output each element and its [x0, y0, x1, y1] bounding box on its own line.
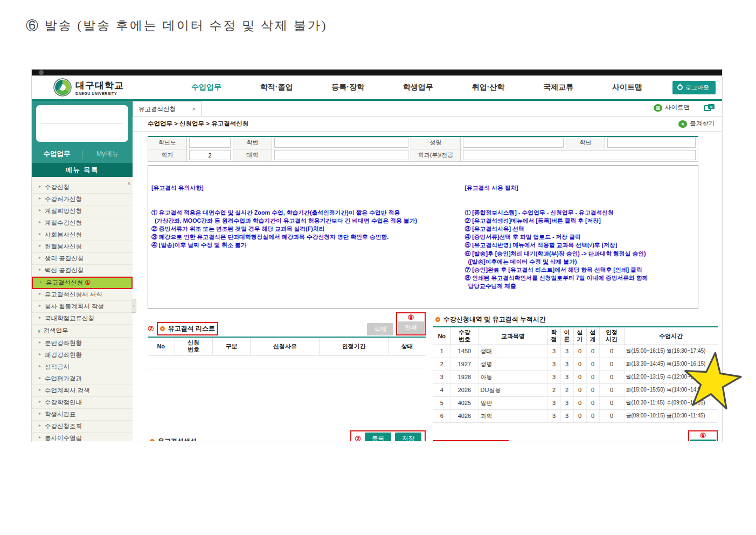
sidebar-item[interactable]: ▸성적공시 [32, 361, 133, 373]
sidebar-tab-classwork[interactable]: 수업업무 [32, 149, 82, 159]
tab-close-icon[interactable]: × [192, 106, 196, 112]
sidebar-item[interactable]: ▸국내학점교류신청 [32, 313, 133, 325]
triangle-icon: ▸ [39, 267, 41, 272]
triangle-icon: ▸ [39, 220, 41, 224]
tab-absence-request[interactable]: 유고결석신청 × [133, 101, 202, 116]
table-row[interactable]: 54025일반33000월(10:30~11:45) 수(09:00~10:15… [433, 396, 718, 409]
send-button[interactable]: 발송 [690, 440, 716, 441]
sidebar-item[interactable]: ▸수강신청조회 [32, 421, 133, 433]
table-cell: 생태 [478, 345, 547, 358]
table-row[interactable]: 42026DU실용22000화(15:00~15:50) 목(14:00~14:… [433, 383, 718, 396]
sidebar-item[interactable]: ▸계절희망신청 [32, 205, 133, 217]
table-cell: 0 [586, 345, 599, 358]
sidebar-item[interactable]: ▸수강신청 [32, 182, 133, 194]
nav-item-international[interactable]: 국제교류 [543, 83, 573, 92]
table-cell: 일반 [478, 396, 547, 409]
table-row[interactable]: 64026과학33000금(09:00~10:15) 금(10:30~11:45… [433, 409, 718, 422]
sidebar-item[interactable]: ▸계절수강신청 [32, 217, 133, 229]
sidebar-item[interactable]: ▸학생시간표 [32, 409, 133, 421]
sidebar-item[interactable]: ▸생리 공결신청 [32, 253, 133, 265]
save-button-create[interactable]: 저장 [395, 433, 421, 441]
sidebar-collapse-handle[interactable]: ‹ [131, 299, 136, 313]
name-input[interactable] [463, 138, 564, 148]
notice-line: ([발송]이후에는 데이터 수정 및 삭제 불가) [464, 258, 695, 266]
notice-procedure-title: [유고결석 사용 절차] [464, 184, 695, 192]
sidebar-item-label: 수강신청조회 [45, 423, 82, 429]
table-cell: 3 [560, 396, 573, 409]
sidebar-item[interactable]: ▸헌혈봉사신청 [32, 241, 133, 253]
sidebar-item[interactable]: ▸수강허가신청 [32, 194, 133, 205]
tables-row: ⑦ 유고결석 리스트 삭제 ⑧ 인쇄 [133, 312, 722, 422]
sidebar-item[interactable]: ▸유고결석신청서 서식 [32, 289, 133, 301]
major-input[interactable] [463, 150, 696, 160]
sidebar-tab-mymenu[interactable]: My메뉴 [82, 149, 133, 159]
table-cell: 0 [586, 383, 599, 396]
triangle-icon: ▸ [39, 411, 41, 416]
delete-button[interactable]: 삭제 [367, 323, 393, 335]
print-annotation-box: ⑧ 인쇄 [396, 312, 426, 335]
triangle-icon: ▸ [39, 196, 41, 201]
table-cell: 0 [599, 358, 624, 371]
sidebar-item[interactable]: ▸수업계획서 검색 [32, 385, 133, 397]
table-row[interactable]: 31928아동33000월(12:00~13:15) 수(12:00~13:15… [433, 371, 718, 383]
sidebar-item[interactable]: ▸수업평가결과 [32, 373, 133, 385]
triangle-icon: ▸ [39, 340, 41, 345]
nav-item-student[interactable]: 학생업무 [403, 83, 433, 92]
create-buttons-annotation-box: ② 등록 저장 [350, 430, 426, 441]
absence-list-title: 유고결석 리스트 [168, 324, 215, 333]
print-button[interactable]: 인쇄 [398, 321, 424, 334]
sidebar-item-label: 성적공시 [45, 363, 70, 370]
favorite-link[interactable]: ★ 즐겨찾기 [678, 120, 715, 128]
college-input[interactable] [274, 150, 408, 160]
university-logo[interactable]: 대구대학교 DAEGU UNIVERSITY [53, 78, 161, 97]
tab-label: 유고결석신청 [138, 105, 176, 113]
triangle-icon: ▸ [39, 243, 41, 248]
table-cell: 3 [547, 409, 560, 422]
sidebar-item[interactable]: ▸유고결석신청 ① [32, 277, 133, 289]
nav-item-registration[interactable]: 등록·장학 [331, 83, 364, 92]
table-cell: 0 [573, 383, 586, 396]
table-cell: 4 [433, 383, 450, 396]
triangle-icon: ▸ [39, 352, 41, 356]
nav-item-career[interactable]: 취업·산학 [472, 83, 505, 92]
sidebar-item[interactable]: ▸봉사이수열람 [32, 433, 133, 441]
sidebar-item-label: 수업평가결과 [45, 375, 82, 382]
triangle-icon: ▸ [39, 303, 41, 308]
document-tabbar: 유고결석신청 × ▦ 사이트맵 × [133, 101, 722, 116]
notice-precautions-lines: ① 유고결석 적용은 대면수업 및 실시간 Zoom 수업, 학습기간(출석인정… [151, 209, 458, 250]
sidebar-section-search[interactable]: ∨검색업무 [32, 325, 133, 338]
logout-button[interactable]: 로그아웃 [672, 81, 716, 94]
table-cell: 0 [586, 409, 599, 422]
student-no-input[interactable] [274, 138, 408, 148]
table-cell: 3 [547, 358, 560, 371]
sidebar-item[interactable]: ▸봉사 활동계획서 작성 [32, 301, 133, 313]
column-header: 신청사유 [251, 337, 320, 355]
favorite-label: 즐겨찾기 [690, 120, 715, 128]
column-header: 실 기 [573, 327, 586, 345]
sitemap-link[interactable]: ▦ 사이트맵 [654, 104, 690, 112]
table-row[interactable]: 21927생명33000화(13:30~14:45) 목(15:00~16:15… [433, 358, 718, 371]
year-input[interactable] [189, 138, 231, 148]
sidebar-item[interactable]: ▸수강학점안내 [32, 397, 133, 409]
nav-item-sitemap[interactable]: 사이트맵 [612, 83, 642, 92]
sidebar-item[interactable]: ▸폐강강좌현황 [32, 349, 133, 361]
sidebar-item-label: 분반강좌현황 [45, 340, 82, 346]
sidebar-item[interactable]: ▸사회봉사신청 [32, 229, 133, 241]
table-row[interactable]: 11450생태33000월(15:00~16:15) 월(16:30~17:45… [433, 345, 718, 358]
table-cell: 0 [586, 396, 599, 409]
absence-list-empty-body [148, 355, 426, 368]
semester-input[interactable] [189, 150, 231, 160]
table-cell: 0 [573, 396, 586, 409]
label-name: 성명 [411, 136, 461, 149]
register-button[interactable]: 등록 [365, 433, 391, 441]
sidebar-item[interactable]: ▸백신 공결신청 [32, 265, 133, 277]
absence-apply-title-box: 유고결석반영 ⑤ [433, 440, 509, 441]
sidebar-item[interactable]: ▸분반강좌현황 [32, 338, 133, 349]
sidebar-item-label: 백신 공결신청 [45, 267, 84, 273]
annotation-8: ⑧ [408, 314, 414, 321]
nav-item-classwork[interactable]: 수업업무 [191, 83, 221, 92]
column-header: No [433, 327, 450, 345]
multi-window-icon[interactable]: × [704, 104, 716, 112]
grade-input[interactable] [607, 138, 696, 148]
nav-item-records[interactable]: 학적·졸업 [260, 83, 293, 92]
